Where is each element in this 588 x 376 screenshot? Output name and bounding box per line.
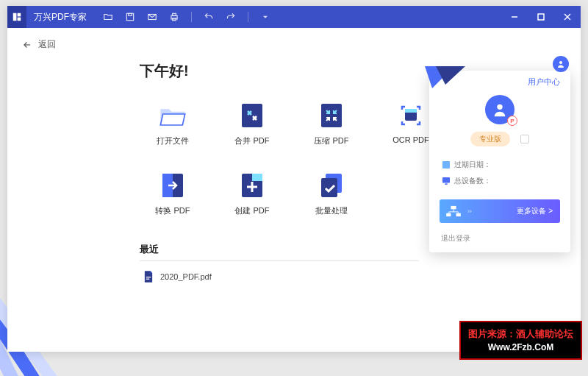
create-icon — [237, 171, 267, 199]
tile-label: OCR PDF — [392, 135, 429, 144]
back-label: 返回 — [38, 38, 56, 51]
maximize-button[interactable] — [528, 6, 554, 28]
tile-label: 压缩 PDF — [314, 135, 348, 146]
pro-badge: P — [507, 116, 517, 126]
pdf-file-icon — [143, 270, 154, 283]
svg-rect-0 — [13, 13, 17, 21]
undo-icon[interactable] — [204, 12, 214, 22]
svg-point-28 — [497, 104, 502, 110]
save-icon[interactable] — [125, 12, 135, 22]
svg-rect-7 — [173, 13, 176, 15]
monitor-icon — [442, 177, 450, 185]
devices-row: 总设备数： — [429, 173, 570, 189]
recent-title: 最近 — [140, 243, 419, 261]
svg-rect-34 — [456, 213, 461, 216]
svg-rect-31 — [445, 183, 447, 185]
tile-label: 创建 PDF — [234, 205, 269, 216]
plan-toggle-icon[interactable] — [520, 135, 529, 143]
back-button[interactable]: 返回 — [7, 28, 581, 61]
svg-rect-33 — [446, 213, 451, 216]
more-devices-button[interactable]: ›› 更多设备 > — [440, 199, 560, 223]
dropdown-icon[interactable] — [260, 12, 270, 22]
logout-button[interactable]: 退出登录 — [429, 223, 570, 244]
mail-icon[interactable] — [147, 12, 157, 22]
svg-rect-29 — [442, 161, 450, 169]
tile-label: 转换 PDF — [155, 205, 190, 216]
folder-open-icon — [158, 102, 187, 130]
redo-icon[interactable] — [226, 12, 236, 22]
expire-row: 过期日期： — [429, 157, 570, 173]
tile-merge-pdf[interactable]: 合并 PDF — [219, 102, 285, 146]
svg-rect-14 — [321, 104, 342, 127]
batch-icon — [317, 171, 346, 199]
svg-rect-1 — [18, 13, 21, 17]
tile-convert-pdf[interactable]: 转换 PDF — [140, 171, 206, 216]
tile-label: 合并 PDF — [234, 135, 269, 146]
svg-rect-24 — [146, 279, 150, 280]
app-title: 万兴PDF专家 — [34, 11, 87, 24]
user-avatar-button[interactable] — [553, 56, 569, 72]
svg-rect-13 — [242, 104, 262, 127]
ocr-icon — [396, 102, 426, 130]
tile-open-file[interactable]: 打开文件 — [140, 102, 206, 146]
action-grid: 打开文件 合并 PDF 压缩 PDF OCR PDF 转换 PDF — [140, 102, 448, 216]
tile-compress-pdf[interactable]: 压缩 PDF — [298, 102, 365, 146]
svg-rect-2 — [18, 18, 21, 21]
recent-item[interactable]: 2020_PDF.pdf — [140, 261, 581, 292]
svg-rect-4 — [129, 13, 132, 15]
recent-filename: 2020_PDF.pdf — [160, 272, 212, 281]
svg-rect-30 — [442, 177, 450, 183]
tile-batch-process[interactable]: 批量处理 — [298, 171, 365, 216]
titlebar: 万兴PDF专家 — [7, 6, 581, 28]
svg-rect-23 — [146, 277, 151, 277]
app-logo — [7, 6, 26, 28]
panel-avatar: P — [485, 95, 514, 124]
user-panel: 用户中心 P 专业版 过期日期： 总设备数： ›› 更多设备 > — [429, 71, 570, 252]
calendar-icon — [442, 161, 450, 169]
merge-icon — [237, 102, 267, 130]
plan-label: 专业版 — [470, 132, 510, 146]
svg-point-25 — [559, 61, 562, 64]
tile-label: 批量处理 — [315, 205, 348, 216]
close-button[interactable] — [554, 6, 581, 28]
svg-rect-32 — [451, 206, 456, 209]
svg-rect-20 — [252, 174, 262, 181]
tile-create-pdf[interactable]: 创建 PDF — [219, 171, 285, 216]
network-icon — [445, 205, 462, 217]
print-icon[interactable] — [169, 12, 179, 22]
compress-icon — [317, 102, 346, 130]
convert-icon — [158, 171, 187, 199]
svg-rect-10 — [538, 14, 544, 20]
folder-icon[interactable] — [103, 12, 113, 22]
svg-rect-22 — [321, 178, 337, 197]
watermark: 图片来源：酒人辅助论坛 Www.2Fzb.CoM — [459, 321, 582, 361]
minimize-button[interactable] — [501, 6, 528, 28]
svg-rect-16 — [405, 109, 417, 113]
tile-label: 打开文件 — [157, 135, 189, 146]
svg-rect-3 — [126, 13, 133, 20]
